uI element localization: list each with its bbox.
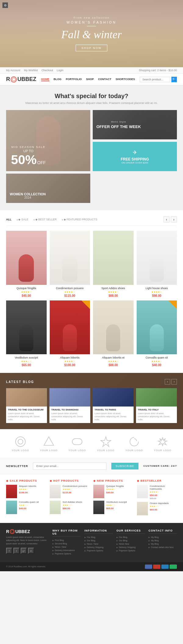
product-image xyxy=(137,300,177,355)
bp-item[interactable]: Condimentum posuere ★★★★☆ $115.00 xyxy=(50,485,90,498)
product-card[interactable]: Aliquam lobortis et ★★★★☆ $88.00 xyxy=(93,300,134,367)
bp-item[interactable]: Quisque fringilla ★★★★☆ $40.00 xyxy=(93,485,133,498)
promo-offer-title: OFFER OFF THE WEEK xyxy=(96,124,141,129)
filter-navigation: ‹ › xyxy=(163,216,177,223)
footer-link[interactable]: Our Blog xyxy=(117,536,145,538)
footer-link[interactable]: News / New xyxy=(52,546,81,548)
bp-product-price: $88.00 xyxy=(63,507,82,510)
nav-shop[interactable]: SHOP xyxy=(86,78,94,81)
settings-icon[interactable]: ⚙ xyxy=(2,2,8,8)
logo-item[interactable]: YOUR LOGO xyxy=(69,436,86,452)
blog-card[interactable]: TRAVEL TO THE COLOSSEUM Lorem ipsum dolo… xyxy=(6,388,47,423)
product-card[interactable]: Vestibulum suscipit ★★★☆☆ $65.00 xyxy=(6,300,47,367)
blog-prev-button[interactable]: ‹ xyxy=(165,379,170,385)
svg-point-1 xyxy=(18,439,23,444)
footer-link[interactable]: Our Blog xyxy=(84,536,113,538)
filter-sale[interactable]: ◆ SALE xyxy=(16,218,28,221)
bp-product-image xyxy=(6,485,17,498)
nav-blog[interactable]: BLOG xyxy=(54,78,62,81)
product-card[interactable]: Quisque fringilla ★★★★☆ $45.00 xyxy=(6,231,47,297)
search-input[interactable] xyxy=(140,77,170,82)
blog-card[interactable]: Travel to Shanghai Lorem ipsum dolor sit… xyxy=(49,388,90,423)
logo-item[interactable]: YOUR LOGO xyxy=(97,436,114,452)
linkedin-button[interactable]: in xyxy=(28,548,34,554)
login-link[interactable]: Login xyxy=(57,69,63,72)
blog-next-button[interactable]: › xyxy=(171,379,177,385)
product-card[interactable]: Convallis quam sit ★★★★☆ $40.00 xyxy=(137,300,177,367)
filter-next-button[interactable]: › xyxy=(171,216,177,223)
logo-item[interactable]: YOUR LOGO xyxy=(40,436,57,452)
newsletter-label: NEWSLETTER xyxy=(6,465,28,468)
logo-shape xyxy=(14,436,27,448)
footer-link[interactable]: Payment Options xyxy=(117,550,145,552)
twitter-button[interactable]: t xyxy=(13,548,20,554)
footer-link[interactable]: Payment Options xyxy=(52,553,81,555)
footer-logo[interactable]: R◯UBBEZ xyxy=(6,529,49,534)
logo-label: YOUR LOGO xyxy=(40,449,57,452)
logo-label: YOUR LOGO xyxy=(69,449,86,452)
footer-information: INFORMATION Our Blog Our Blog News / New… xyxy=(84,529,113,556)
product-price: $115.00 xyxy=(50,294,90,297)
filter-prev-button[interactable]: ‹ xyxy=(163,216,170,223)
footer-link[interactable]: Contact detail click here xyxy=(149,546,177,548)
my-account-link[interactable]: My Account xyxy=(6,69,20,72)
footer-link[interactable]: My Blog xyxy=(149,543,177,545)
bp-item[interactable]: Ornare dapodads ★★★☆☆ $60.00 xyxy=(137,502,177,515)
filter-all[interactable]: ALL xyxy=(6,218,12,221)
product-card[interactable]: Light house shoes ★★★★☆ $98.00 xyxy=(137,231,177,297)
bp-item[interactable]: Vestibulum suscipit ★★★☆☆ $65.00 xyxy=(93,501,133,514)
footer-link[interactable]: Delivery Informations xyxy=(52,549,81,551)
logo-label: YOUR LOGO xyxy=(97,449,114,452)
checkout-link[interactable]: Checkout xyxy=(41,69,53,72)
logo-item[interactable]: YOUR LOGO xyxy=(125,436,143,452)
logo-item[interactable]: YOUR LOGO xyxy=(12,436,29,452)
footer-link[interactable]: Delivery Shipping xyxy=(84,546,113,548)
newsletter-subscribe-button[interactable]: SUBSCRIBE xyxy=(111,463,138,469)
bp-item[interactable]: Convallis quam sit ★★★☆☆ $40.00 xyxy=(6,501,46,514)
footer-link[interactable]: News / New xyxy=(84,543,113,545)
product-card[interactable]: Sport Adidos shoes ★★★★☆ $88.00 xyxy=(93,231,134,297)
facebook-button[interactable]: f xyxy=(6,548,12,554)
blog-card[interactable]: Travel to Paris Lorem ipsum dolor sit am… xyxy=(93,388,134,423)
blog-card[interactable]: TRAVEL TO ITALY Lorem ipsum dolor sit am… xyxy=(136,388,177,423)
promo-offer-week[interactable]: Mens Style OFFER OFF THE WEEK xyxy=(93,110,177,139)
shopping-cart-info[interactable]: Shopping cart: 2 items - $10.00 xyxy=(139,69,177,72)
footer-link[interactable]: My Blog xyxy=(149,536,177,538)
blog-post-text: Lorem ipsum dolor sit amet, consectetur … xyxy=(95,412,132,421)
footer-link[interactable]: Our Blog xyxy=(84,539,113,542)
nav-shortcodes[interactable]: SHORTCODES xyxy=(116,78,135,81)
promo-women-collection[interactable]: WOMEN COLLECTION 2014 xyxy=(6,174,90,203)
filter-bestseller[interactable]: ◆ BEST SELLER xyxy=(33,218,57,221)
product-card[interactable]: Condimentum posuere ★★★★☆ $115.00 xyxy=(50,231,90,297)
site-logo[interactable]: R◯UBBEZ xyxy=(6,76,36,83)
footer-link[interactable]: First Blog xyxy=(52,539,81,541)
search-button[interactable]: 🔍 xyxy=(171,77,177,82)
promo-mid-season[interactable]: MID SEASON SALE UP TO 50% OFF xyxy=(6,110,90,171)
footer-link[interactable]: News New xyxy=(117,543,145,545)
filter-featured[interactable]: ◆ FEATURED PRODUCTS xyxy=(62,218,97,221)
nav-portfolio[interactable]: PORTFOLIO xyxy=(66,78,82,81)
promo-free-shipping[interactable]: ✈ FREE SHIPPING ON ORDER OVER $200 xyxy=(93,142,177,171)
bp-item[interactable]: Aliquam lobortis ★★★★☆ $100.00 xyxy=(6,485,46,498)
care-label: CUSTOMER CARE: 24/7 xyxy=(143,465,177,467)
blog-card-image xyxy=(136,388,177,407)
footer-link[interactable]: Second Blog xyxy=(52,543,81,545)
logo-item[interactable]: YOUR LOGO xyxy=(154,436,171,452)
nav-home[interactable]: HOME xyxy=(41,78,49,81)
footer-link[interactable]: Our Blog xyxy=(117,539,145,542)
googleplus-button[interactable]: g+ xyxy=(21,548,27,554)
newsletter-email-input[interactable] xyxy=(33,462,106,470)
nav-contact[interactable]: CONTACT xyxy=(98,78,111,81)
product-name: Sport Adidos shoes xyxy=(93,287,134,290)
product-stars: ★★★☆☆ xyxy=(6,360,47,363)
product-card[interactable]: Aliquam lobortis ★★★★☆ $100.00 xyxy=(50,300,90,367)
bp-item[interactable]: Condimentum malesuada ★★★★☆ $50.00 $65.0… xyxy=(137,485,177,499)
hero-shop-now-button[interactable]: SHOP NOW xyxy=(76,45,107,51)
footer-link[interactable]: Delivery Shipping xyxy=(117,546,145,548)
footer-link[interactable]: My Blog xyxy=(149,539,177,542)
my-wishlist-link[interactable]: My Wishlist xyxy=(24,69,38,72)
footer-link[interactable]: Payment Options xyxy=(84,550,113,552)
sale-products-title: ◆ SALE PRODUCTS xyxy=(6,479,46,482)
bp-item[interactable]: Sort Adidas shoes ★★★☆☆ $88.00 xyxy=(50,501,90,514)
product-image xyxy=(93,231,134,285)
